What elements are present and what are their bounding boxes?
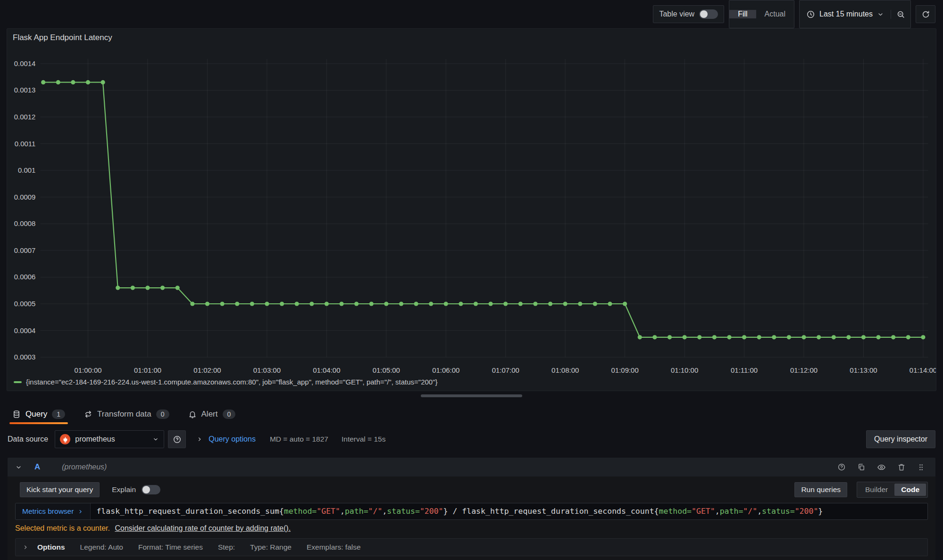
warning-text: Selected metric is a counter.: [15, 524, 110, 532]
chart-legend: {instance="ec2-184-169-216-224.us-west-1…: [14, 378, 438, 386]
series-point: [369, 301, 374, 306]
series-point: [891, 335, 895, 339]
code-mode-button[interactable]: Code: [894, 484, 926, 496]
x-axis-tick-label: 01:12:00: [790, 366, 818, 374]
series-point: [846, 335, 851, 339]
query-inspector-button[interactable]: Query inspector: [866, 430, 935, 448]
tab-alert[interactable]: Alert 0: [188, 403, 236, 425]
series-point: [906, 335, 910, 339]
series-point: [429, 301, 433, 306]
datasource-value: prometheus: [75, 435, 115, 443]
y-axis-tick-label: 0.0007: [14, 246, 36, 254]
x-axis-tick-label: 01:10:00: [671, 366, 698, 374]
database-icon: [12, 410, 21, 418]
x-axis-tick-label: 01:04:00: [313, 366, 340, 374]
timeseries-panel: Flask App Endpoint Latency 0.00140.00130…: [7, 28, 936, 391]
tab-query-badge: 1: [52, 410, 65, 419]
y-axis-tick-label: 0.0004: [14, 326, 36, 334]
query-editor-section: A (prometheus) Kick start your query Exp…: [8, 458, 935, 560]
counter-warning: Selected metric is a counter. Consider c…: [8, 520, 935, 534]
y-axis-tick-label: 0.0008: [14, 219, 36, 227]
series-point: [116, 285, 120, 290]
prometheus-icon: [60, 434, 70, 444]
chevron-right-icon[interactable]: [22, 544, 29, 551]
tab-query[interactable]: Query 1: [12, 403, 65, 425]
series-point: [339, 301, 343, 306]
query-help-icon[interactable]: [837, 463, 846, 471]
datasource-select[interactable]: prometheus: [55, 430, 164, 448]
explain-toggle[interactable]: [142, 485, 160, 494]
y-axis-tick-label: 0.001: [18, 166, 35, 174]
series-point: [280, 301, 284, 306]
series-point: [295, 301, 299, 306]
x-axis-tick-label: 01:08:00: [551, 366, 579, 374]
series-point: [518, 301, 523, 306]
series-point: [444, 301, 448, 306]
series-points: [41, 80, 925, 340]
max-data-points-text: MD = auto = 1827: [270, 435, 328, 443]
series-point: [652, 335, 657, 339]
table-view-control: Table view: [653, 5, 724, 23]
refresh-button[interactable]: [916, 5, 935, 23]
y-axis-tick-label: 0.0014: [14, 59, 36, 67]
options-exemplars: Exemplars: false: [307, 543, 361, 552]
actual-button[interactable]: Actual: [756, 10, 794, 18]
timeseries-chart[interactable]: 0.00140.00130.00120.00110.0010.00090.000…: [7, 29, 936, 391]
editor-resize-handle[interactable]: [421, 394, 522, 397]
series-point: [384, 301, 388, 306]
hide-response-eye-icon[interactable]: [877, 463, 886, 472]
series-point: [533, 301, 537, 306]
time-range-control: Last 15 minutes: [799, 0, 911, 28]
chart-gridlines: [40, 59, 928, 357]
series-point: [772, 335, 776, 339]
legend-series-swatch: [14, 381, 22, 383]
clock-icon: [806, 10, 815, 19]
options-type: Type: Range: [250, 543, 292, 552]
series-point: [548, 301, 552, 306]
bell-icon: [188, 410, 197, 418]
series-point: [160, 285, 165, 290]
datasource-help-button[interactable]: [168, 430, 186, 448]
warning-rate-link[interactable]: Consider calculating rate of counter by …: [115, 524, 291, 532]
duplicate-query-icon[interactable]: [857, 463, 866, 471]
query-options-summary[interactable]: Options Legend: Auto Format: Time series…: [15, 538, 928, 556]
series-point: [101, 80, 105, 84]
x-axis-tick-label: 01:06:00: [432, 366, 459, 374]
panel-title: Flask App Endpoint Latency: [13, 33, 112, 42]
tab-alert-badge: 0: [223, 410, 236, 419]
collapse-chevron-icon[interactable]: [15, 464, 22, 471]
fill-button[interactable]: Fill: [729, 10, 756, 18]
options-label: Options: [37, 543, 65, 552]
series-point: [921, 335, 925, 339]
metrics-browser-button[interactable]: Metrics browser: [16, 503, 91, 519]
delete-query-trash-icon[interactable]: [897, 463, 906, 471]
series-point: [578, 301, 582, 306]
series-point: [399, 301, 403, 306]
query-ref-id[interactable]: A: [34, 462, 40, 472]
query-row-header[interactable]: A (prometheus): [8, 458, 935, 476]
kick-start-query-button[interactable]: Kick start your query: [20, 482, 100, 497]
y-axis-tick-label: 0.0006: [14, 273, 36, 281]
top-toolbar: Table view Fill Actual Last 15 minutes: [0, 0, 943, 28]
builder-mode-button[interactable]: Builder: [859, 484, 894, 496]
drag-handle-icon[interactable]: [917, 463, 925, 471]
x-axis-tick-label: 01:00:00: [74, 366, 101, 374]
query-toolbar: Kick start your query Explain Run querie…: [8, 476, 935, 502]
table-view-label: Table view: [659, 10, 694, 18]
tab-transform-data[interactable]: Transform data 0: [84, 403, 169, 425]
time-range-picker[interactable]: Last 15 minutes: [800, 10, 891, 19]
series-point: [668, 335, 672, 339]
x-axis-tick-label: 01:02:00: [193, 366, 221, 374]
series-point: [265, 301, 269, 306]
y-axis-tick-label: 0.0012: [14, 113, 36, 121]
query-options-expander[interactable]: Query options: [209, 435, 256, 443]
legend-series-label[interactable]: {instance="ec2-184-169-216-224.us-west-1…: [26, 378, 438, 386]
zoom-out-time-button[interactable]: [891, 10, 910, 19]
series-point: [459, 301, 463, 306]
options-step: Step:: [218, 543, 235, 552]
run-queries-button[interactable]: Run queries: [794, 482, 847, 497]
promql-expression-input[interactable]: flask_http_request_duration_seconds_sum{…: [91, 503, 927, 519]
series-point: [41, 80, 45, 84]
table-view-toggle[interactable]: [699, 9, 718, 19]
datasource-label: Data source: [8, 435, 48, 443]
